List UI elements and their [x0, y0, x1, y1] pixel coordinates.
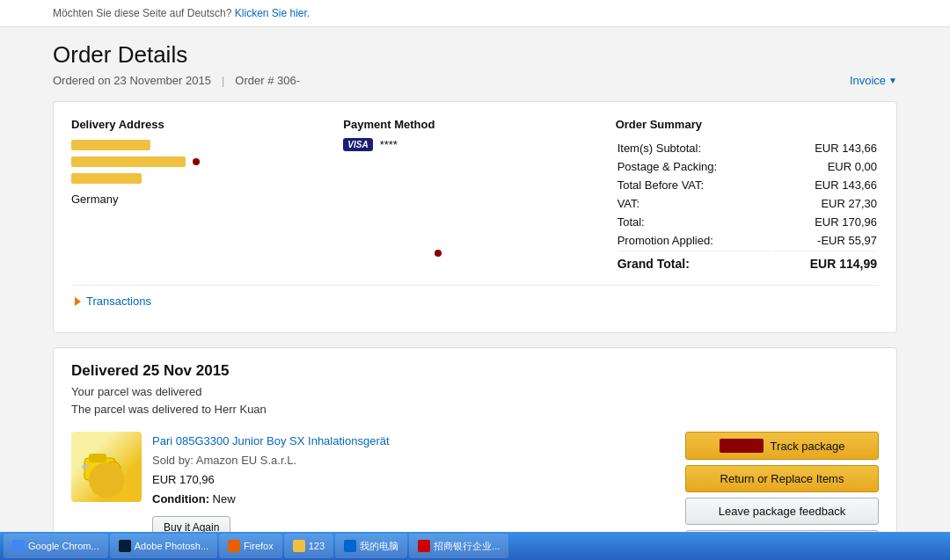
payment-section: Payment Method VISA **** [343, 118, 606, 274]
total-before-vat-value: EUR 143,66 [773, 177, 877, 193]
order-meta: Ordered on 23 November 2015 | Order # 30… [53, 74, 897, 87]
grand-total-row: Grand Total: EUR 114,99 [618, 251, 877, 273]
promotion-label: Promotion Applied: [618, 232, 771, 249]
address-dot1 [193, 158, 200, 165]
track-progress-bar [720, 439, 764, 453]
total-value: EUR 170,96 [773, 214, 877, 230]
delivery-header: Delivered 25 Nov 2015 Your parcel was de… [71, 362, 879, 418]
total-before-vat-row: Total Before VAT: EUR 143,66 [618, 177, 877, 193]
payment-dot [435, 250, 442, 257]
taskbar-icon-3 [293, 540, 305, 552]
sold-by: Sold by: Amazon EU S.a.r.L. [152, 451, 390, 470]
taskbar-icon-4 [344, 540, 356, 552]
language-prompt: Möchten Sie diese Seite auf Deutsch? [53, 7, 231, 19]
condition-value: New [213, 492, 236, 505]
vat-row: VAT: EUR 27,30 [618, 195, 877, 212]
taskbar-label-2: Firefox [244, 541, 274, 551]
items-subtotal-value: EUR 143,66 [773, 140, 877, 156]
meta-separator: | [222, 74, 224, 87]
grand-total-value: EUR 114,99 [773, 251, 877, 273]
invoice-arrow-icon: ▼ [888, 76, 897, 85]
postage-row: Postage & Packing: EUR 0,00 [618, 158, 877, 175]
taskbar-item-5[interactable]: 招商银行企业... [409, 534, 508, 558]
items-subtotal-row: Item(s) Subtotal: EUR 143,66 [618, 140, 877, 156]
postage-value: EUR 0,00 [773, 158, 877, 175]
vat-value: EUR 27,30 [773, 195, 877, 212]
return-or-replace-button[interactable]: Return or Replace Items [685, 465, 879, 492]
invoice-button[interactable]: Invoice ▼ [850, 74, 897, 87]
product-name-link[interactable]: Pari 085G3300 Junior Boy SX Inhalationsg… [152, 434, 390, 447]
payment-details: VISA **** [343, 138, 606, 151]
promotion-row: Promotion Applied: -EUR 55,97 [618, 232, 877, 249]
svg-rect-1 [89, 454, 106, 462]
items-subtotal-label: Item(s) Subtotal: [618, 140, 771, 156]
card-digits: **** [380, 138, 398, 151]
taskbar-label-1: Adobe Photosh... [135, 541, 208, 551]
language-link[interactable]: Klicken Sie hier. [235, 7, 310, 19]
taskbar-label-0: Google Chrom... [28, 541, 99, 551]
transactions-triangle-icon [75, 297, 81, 306]
postage-label: Postage & Packing: [618, 158, 771, 175]
promotion-value: -EUR 55,97 [773, 232, 877, 249]
taskbar-item-0[interactable]: Google Chrom... [4, 534, 108, 558]
leave-feedback-button[interactable]: Leave package feedback [685, 498, 879, 525]
delivery-line1: Your parcel was delivered [71, 383, 879, 401]
vat-label: VAT: [618, 195, 771, 212]
product-image [71, 432, 142, 502]
svg-rect-3 [82, 465, 89, 469]
product-svg [80, 440, 133, 493]
taskbar-item-3[interactable]: 123 [284, 534, 333, 558]
transactions-toggle[interactable]: Transactions [71, 286, 879, 316]
taskbar-icon-1 [119, 540, 131, 552]
address-line1-redacted [71, 140, 150, 150]
delivery-address-title: Delivery Address [71, 118, 334, 131]
taskbar-item-2[interactable]: Firefox [219, 534, 282, 558]
taskbar-label-4: 我的电脑 [360, 540, 398, 553]
address-line2-redacted [71, 156, 186, 167]
track-package-button[interactable]: Track package [685, 432, 879, 460]
taskbar-label-3: 123 [309, 541, 325, 551]
main-content: Order Details Ordered on 23 November 201… [0, 27, 950, 560]
total-label: Total: [618, 214, 771, 230]
address-block: Germany [71, 138, 334, 209]
order-summary-section: Order Summary Item(s) Subtotal: EUR 143,… [616, 118, 879, 274]
info-grid: Delivery Address Germany [71, 118, 879, 274]
delivery-address-section: Delivery Address Germany [71, 118, 334, 274]
taskbar: Google Chrom... Adobe Photosh... Firefox… [0, 532, 950, 560]
taskbar-icon-5 [418, 540, 430, 552]
order-summary-title: Order Summary [616, 118, 879, 131]
country-name: Germany [71, 191, 334, 209]
taskbar-item-1[interactable]: Adobe Photosh... [110, 534, 217, 558]
order-info-card: Delivery Address Germany [53, 101, 897, 333]
transactions-label: Transactions [86, 295, 151, 308]
product-condition: Condition: New [152, 490, 390, 509]
invoice-label: Invoice [850, 74, 886, 87]
taskbar-icon-2 [228, 540, 240, 552]
taskbar-icon-0 [12, 540, 25, 552]
condition-label: Condition: [152, 492, 209, 505]
svg-point-2 [106, 462, 121, 476]
track-package-label: Track package [771, 440, 845, 453]
order-summary-table: Item(s) Subtotal: EUR 143,66 Postage & P… [616, 138, 879, 274]
grand-total-label: Grand Total: [618, 251, 771, 273]
order-number: Order # 306- [235, 74, 300, 87]
total-row: Total: EUR 170,96 [618, 214, 877, 230]
taskbar-label-5: 招商银行企业... [434, 540, 500, 553]
delivery-card: Delivered 25 Nov 2015 Your parcel was de… [53, 347, 897, 560]
taskbar-item-4[interactable]: 我的电脑 [335, 534, 407, 558]
address-line3-redacted [71, 173, 142, 184]
delivery-title: Delivered 25 Nov 2015 [71, 362, 879, 380]
language-bar: Möchten Sie diese Seite auf Deutsch? Kli… [0, 0, 950, 27]
visa-logo: VISA [343, 138, 372, 151]
delivery-line2: The parcel was delivered to Herr Kuan [71, 401, 879, 418]
product-price: EUR 170,96 [152, 470, 390, 490]
ordered-on: Ordered on 23 November 2015 [53, 74, 211, 87]
total-before-vat-label: Total Before VAT: [618, 177, 771, 193]
payment-title: Payment Method [343, 118, 606, 131]
page-title: Order Details [53, 41, 897, 69]
